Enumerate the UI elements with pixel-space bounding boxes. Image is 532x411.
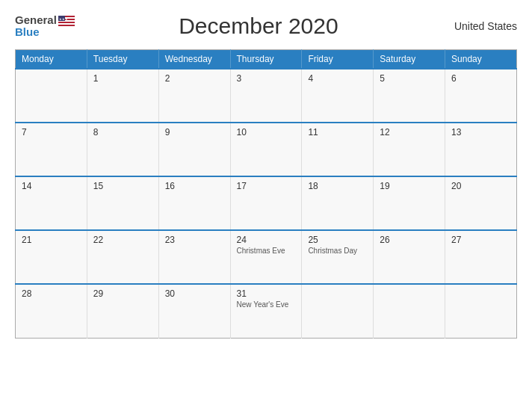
table-row: 28	[16, 284, 87, 338]
col-monday: Monday	[16, 50, 87, 69]
table-row: 8	[87, 123, 158, 176]
calendar-week-row: 21222324Christmas Eve25Christmas Day2627	[16, 230, 517, 284]
day-number: 25	[308, 235, 367, 245]
table-row: 3	[230, 69, 302, 123]
table-row	[16, 69, 87, 123]
day-number: 26	[380, 235, 439, 245]
calendar-header-row: Monday Tuesday Wednesday Thursday Friday…	[16, 50, 517, 69]
calendar-week-row: 78910111213	[16, 123, 517, 176]
day-number: 5	[380, 73, 439, 84]
table-row: 26	[374, 230, 445, 284]
day-number: 28	[22, 288, 81, 299]
day-number: 17	[237, 181, 296, 191]
day-number: 21	[22, 235, 81, 245]
table-row: 5	[374, 69, 445, 123]
day-number: 13	[451, 127, 510, 137]
day-number: 1	[93, 73, 152, 84]
table-row: 12	[374, 123, 445, 176]
day-number: 3	[237, 73, 296, 84]
table-row: 23	[158, 230, 230, 284]
col-sunday: Sunday	[445, 50, 517, 69]
day-number: 19	[380, 181, 439, 191]
table-row: 29	[87, 284, 158, 338]
calendar-title: December 2020	[75, 13, 442, 39]
day-number: 27	[451, 235, 510, 245]
table-row: 24Christmas Eve	[230, 230, 302, 284]
calendar-week-row: 28293031New Year's Eve	[16, 284, 517, 338]
day-number: 9	[165, 127, 224, 137]
day-number: 2	[165, 73, 224, 84]
calendar-week-row: 14151617181920	[16, 176, 517, 230]
table-row: 17	[230, 176, 302, 230]
table-row: 20	[445, 176, 517, 230]
day-number: 7	[22, 127, 81, 137]
calendar-week-row: 123456	[16, 69, 517, 123]
col-thursday: Thursday	[230, 50, 302, 69]
table-row: 1	[87, 69, 158, 123]
header: General ★★★ Blue December 2020 United St…	[15, 13, 517, 39]
day-number: 15	[93, 181, 152, 191]
calendar-table: Monday Tuesday Wednesday Thursday Friday…	[15, 49, 517, 339]
table-row: 15	[87, 176, 158, 230]
day-number: 14	[22, 181, 81, 191]
holiday-label: Christmas Day	[308, 247, 367, 255]
table-row	[445, 284, 517, 338]
holiday-label: New Year's Eve	[237, 300, 296, 309]
col-saturday: Saturday	[374, 50, 445, 69]
day-number: 24	[237, 235, 296, 245]
day-number: 8	[93, 127, 152, 137]
day-number: 20	[451, 181, 510, 191]
day-number: 30	[165, 288, 224, 299]
table-row: 25Christmas Day	[302, 230, 374, 284]
table-row: 6	[445, 69, 517, 123]
col-friday: Friday	[302, 50, 374, 69]
table-row: 9	[158, 123, 230, 176]
table-row: 21	[16, 230, 87, 284]
day-number: 22	[93, 235, 152, 245]
day-number: 29	[93, 288, 152, 299]
day-number: 10	[237, 127, 296, 137]
table-row: 16	[158, 176, 230, 230]
table-row: 30	[158, 284, 230, 338]
table-row: 7	[16, 123, 87, 176]
table-row: 31New Year's Eve	[230, 284, 302, 338]
svg-text:★★★: ★★★	[59, 17, 68, 21]
day-number: 11	[308, 127, 367, 137]
table-row: 19	[374, 176, 445, 230]
day-number: 4	[308, 73, 367, 84]
holiday-label: Christmas Eve	[237, 247, 296, 255]
calendar-page: General ★★★ Blue December 2020 United St…	[0, 0, 532, 411]
logo: General ★★★ Blue	[15, 14, 75, 39]
country-label: United States	[442, 20, 517, 32]
table-row: 13	[445, 123, 517, 176]
day-number: 23	[165, 235, 224, 245]
table-row: 27	[445, 230, 517, 284]
table-row: 10	[230, 123, 302, 176]
day-number: 16	[165, 181, 224, 191]
col-tuesday: Tuesday	[87, 50, 158, 69]
day-number: 6	[451, 73, 510, 84]
table-row: 22	[87, 230, 158, 284]
day-number: 31	[237, 288, 296, 299]
table-row: 2	[158, 69, 230, 123]
table-row: 4	[302, 69, 374, 123]
svg-rect-3	[58, 22, 75, 23]
table-row	[302, 284, 374, 338]
table-row: 18	[302, 176, 374, 230]
table-row: 14	[16, 176, 87, 230]
table-row: 11	[302, 123, 374, 176]
logo-blue: Blue	[15, 26, 75, 39]
col-wednesday: Wednesday	[158, 50, 230, 69]
table-row	[374, 284, 445, 338]
flag-icon: ★★★	[58, 16, 75, 26]
day-number: 18	[308, 181, 367, 191]
logo-general: General	[15, 14, 57, 27]
day-number: 12	[380, 127, 439, 137]
